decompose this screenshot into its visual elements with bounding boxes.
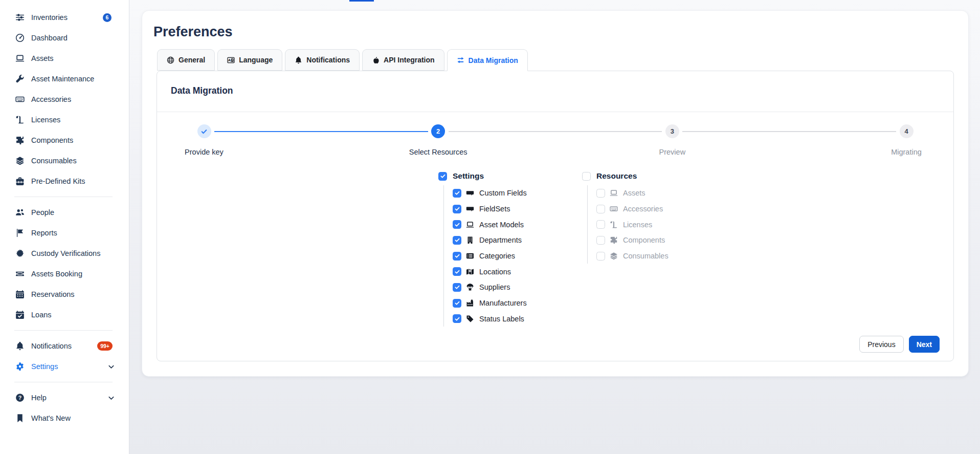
tab-language[interactable]: Language [217,49,282,71]
laptop-icon [610,189,618,197]
tree-item-label: Custom Fields [479,189,527,197]
sidebar-item-reports[interactable]: Reports [0,223,129,243]
sidebar-item-pre-defined-kits[interactable]: Pre-Defined Kits [0,171,129,191]
sidebar-item-accessories[interactable]: Accessories [0,89,129,110]
flag-icon [15,228,25,237]
tab-label: Notifications [306,56,350,64]
factory-icon [466,299,474,307]
tree-item-assets: Assets [596,185,669,201]
bell-icon [15,341,25,351]
layers-icon [610,252,618,260]
step-4-circle[interactable]: 4 [900,124,914,138]
step-3-circle[interactable]: 3 [665,124,679,138]
fieldsets-checkbox[interactable] [453,205,461,213]
departments-checkbox[interactable] [453,236,461,245]
sidebar-item-asset-maintenance[interactable]: Asset Maintenance [0,69,129,89]
sidebar-item-assets-booking[interactable]: Assets Booking [0,264,129,284]
main-area: Preferences General Language Notificatio… [129,0,980,454]
swap-arrows-icon [457,56,464,64]
step-preview: 3 Preview [616,124,728,156]
sidebar-item-people[interactable]: People [0,202,129,223]
chevron-down-icon[interactable] [107,363,115,371]
apple-icon [372,56,380,64]
tree-item-accessories: Accessories [596,201,669,217]
asset-models-checkbox[interactable] [453,220,461,229]
tab-data-migration[interactable]: Data Migration [447,49,528,71]
keyboard-icon [610,205,618,213]
chevron-down-icon[interactable] [107,394,115,402]
tree-item-components: Components [596,232,669,248]
assets-checkbox[interactable] [596,189,605,198]
sidebar-item-consumables[interactable]: Consumables [0,150,129,171]
tab-label: General [179,56,205,64]
settings-group: Settings Custom Fields FieldS [438,171,527,327]
settings-group-header: Settings [438,171,527,181]
sidebar-item-notifications[interactable]: Notifications 99+ [0,336,129,356]
consumables-checkbox[interactable] [596,252,605,261]
bookmark-icon [15,414,25,423]
top-accent-bar [349,0,374,2]
sidebar-item-label: Settings [31,362,58,371]
locations-checkbox[interactable] [453,267,461,276]
sidebar-item-assets[interactable]: Assets [0,48,129,69]
tree-item-label: Locations [479,268,511,276]
sidebar-item-loans[interactable]: Loans [0,305,129,325]
step-select-resources: 2 Select Resources [382,124,495,156]
sidebar-item-licenses[interactable]: Licenses [0,110,129,130]
tree-item-label: Categories [479,252,515,260]
sidebar-item-label: Inventories [31,13,68,21]
sidebar-item-help[interactable]: Help [0,387,129,408]
categories-checkbox[interactable] [453,252,461,261]
page-title: Preferences [153,24,968,40]
check-icon [201,128,208,135]
status-labels-checkbox[interactable] [453,314,461,323]
sidebar-item-label: People [31,208,54,217]
sidebar-item-dashboard[interactable]: Dashboard [0,28,129,48]
custom-fields-checkbox[interactable] [453,189,461,198]
license-icon [15,115,25,124]
accessories-checkbox[interactable] [596,205,605,213]
tree-item-label: Licenses [623,221,652,229]
gear-icon [15,362,25,371]
sidebar-item-custody-verifications[interactable]: Custody Verifications [0,243,129,264]
sidebar-item-label: Assets [31,54,54,62]
resources-group-children: Assets Accessories Licenses [587,185,669,264]
sidebar-item-inventories[interactable]: Inventories 6 [0,7,129,28]
sidebar: Inventories 6 Dashboard Assets Asset Mai… [0,0,129,454]
tree-item-licenses: Licenses [596,217,669,232]
sidebar-item-settings[interactable]: Settings [0,356,129,377]
sidebar-item-label: Licenses [31,116,60,124]
sidebar-item-label: Components [31,136,73,144]
sidebar-item-whats-new[interactable]: What's New [0,408,129,428]
tree-item-label: Accessories [623,205,663,213]
tab-api-integration[interactable]: API Integration [362,49,444,71]
settings-group-children: Custom Fields FieldSets Asset Models [443,185,527,327]
step-1-circle[interactable] [197,124,211,138]
stepper: Provide key 2 Select Resources 3 Preview… [204,124,906,176]
components-checkbox[interactable] [596,236,605,245]
sidebar-item-label: Notifications [31,342,72,350]
inventories-count-badge: 6 [103,13,112,22]
resources-checkbox[interactable] [582,172,591,181]
sidebar-item-label: Help [31,394,47,402]
licenses-checkbox[interactable] [596,220,605,229]
sidebar-item-components[interactable]: Components [0,130,129,150]
calendar-icon [15,290,25,299]
tree-item-consumables: Consumables [596,248,669,264]
suppliers-checkbox[interactable] [453,283,461,292]
tab-general[interactable]: General [157,49,215,71]
puzzle-icon [610,236,618,244]
calendar-check-icon [15,310,25,319]
manufacturers-checkbox[interactable] [453,299,461,308]
step-2-circle[interactable]: 2 [431,124,445,138]
next-button[interactable]: Next [909,336,940,353]
previous-button[interactable]: Previous [859,336,903,353]
tree-item-label: Status Labels [479,315,524,323]
tree-item-custom-fields: Custom Fields [453,185,527,201]
preferences-card: Preferences General Language Notificatio… [142,10,969,377]
layers-icon [15,156,25,165]
sidebar-item-reservations[interactable]: Reservations [0,284,129,305]
settings-checkbox[interactable] [438,172,447,181]
sidebar-item-label: Consumables [31,157,77,165]
tab-notifications[interactable]: Notifications [285,49,360,71]
